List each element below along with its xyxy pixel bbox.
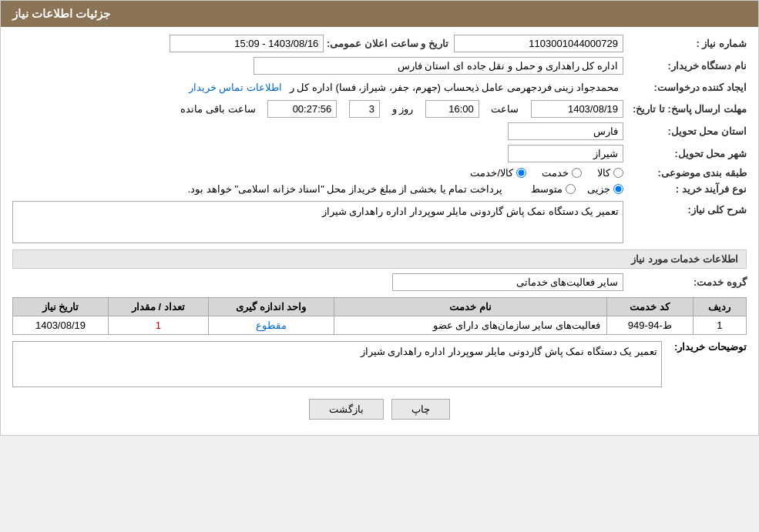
category-khedmat-label: خدمت bbox=[542, 167, 569, 179]
category-khedmat-radio[interactable] bbox=[572, 168, 582, 178]
category-radio-group: کالا خدمت کالا/خدمت bbox=[470, 167, 623, 179]
services-table: ردیف کد خدمت نام خدمت واحد اندازه گیری ت… bbox=[12, 297, 747, 335]
process-motavaset-label: متوسط bbox=[531, 183, 563, 195]
deadline-time: 16:00 bbox=[425, 100, 479, 118]
org-name-label: نام دستگاه خریدار: bbox=[623, 60, 747, 72]
td-name: فعالیت‌های سایر سازمان‌های دارای عضو bbox=[334, 316, 607, 335]
td-index: 1 bbox=[693, 316, 746, 335]
category-khedmat-option[interactable]: خدمت bbox=[542, 167, 582, 179]
need-desc-label: شرح کلی نیاز: bbox=[623, 201, 747, 216]
need-desc-row: شرح کلی نیاز: تعمیر یک دستگاه نمک پاش گا… bbox=[12, 201, 747, 243]
order-number-label: شماره نیاز : bbox=[623, 38, 747, 49]
service-group-row: گروه خدمت: سایر فعالیت‌های خدماتی bbox=[12, 273, 747, 291]
col-count: تعداد / مقدار bbox=[108, 298, 208, 316]
date-label: تاریخ و ساعت اعلان عمومی: bbox=[327, 38, 448, 49]
process-motavaset-option[interactable]: متوسط bbox=[531, 183, 576, 195]
deadline-time-label: ساعت bbox=[491, 103, 519, 115]
org-name-row: نام دستگاه خریدار: اداره کل راهداری و حم… bbox=[12, 57, 747, 75]
category-kala-khedmat-label: کالا/خدمت bbox=[470, 167, 513, 179]
category-kala-khedmat-option[interactable]: کالا/خدمت bbox=[470, 167, 526, 179]
col-name: نام خدمت bbox=[334, 298, 607, 316]
back-button[interactable]: بازگشت bbox=[309, 399, 384, 420]
td-code: ط-94-949 bbox=[607, 316, 694, 335]
table-header-row: ردیف کد خدمت نام خدمت واحد اندازه گیری ت… bbox=[13, 298, 747, 316]
td-date: 1403/08/19 bbox=[13, 316, 109, 335]
process-type-group: جزیی متوسط پرداخت تمام یا بخشی از مبلغ خ… bbox=[188, 183, 623, 195]
province-row: استان محل تحویل: فارس bbox=[12, 122, 747, 140]
td-count: 1 bbox=[108, 316, 208, 335]
need-desc-box: تعمیر یک دستگاه نمک پاش گاردونی مایلر سو… bbox=[12, 201, 623, 243]
deadline-days: 3 bbox=[349, 100, 380, 118]
page-title: جزئیات اطلاعات نیاز bbox=[12, 7, 110, 20]
city-row: شهر محل تحویل: شیراز bbox=[12, 145, 747, 162]
creator-label: ایجاد کننده درخواست: bbox=[623, 82, 747, 93]
province-label: استان محل تحویل: bbox=[623, 125, 747, 137]
org-name-value: اداره کل راهداری و حمل و نقل جاده ای است… bbox=[254, 57, 623, 75]
buyer-notes-value: تعمیر یک دستگاه نمک پاش گاردونی مایلر سو… bbox=[361, 346, 657, 357]
buyer-notes-label: توضیحات خریدار: bbox=[662, 341, 747, 353]
creator-value: محمدجواد زینی فردجهرمی عامل ذیحساب (جهرم… bbox=[285, 79, 623, 95]
process-jozvi-option[interactable]: جزیی bbox=[587, 183, 623, 195]
table-row: 1 ط-94-949 فعالیت‌های سایر سازمان‌های دا… bbox=[13, 316, 747, 335]
city-label: شهر محل تحویل: bbox=[623, 148, 747, 159]
button-row: چاپ بازگشت bbox=[12, 399, 747, 420]
deadline-row: مهلت ارسال پاسخ: تا تاریخ: 1403/08/19 سا… bbox=[12, 100, 747, 118]
creator-row: ایجاد کننده درخواست: محمدجواد زینی فردجه… bbox=[12, 79, 747, 95]
process-label: نوع فرآیند خرید : bbox=[623, 183, 747, 195]
date-value: 1403/08/16 - 15:09 bbox=[170, 35, 324, 52]
category-kala-option[interactable]: کالا bbox=[597, 167, 623, 179]
category-kala-label: کالا bbox=[597, 167, 610, 179]
order-date-row: شماره نیاز : 1103001044000729 تاریخ و سا… bbox=[12, 35, 747, 52]
need-desc-value: تعمیر یک دستگاه نمک پاش گاردونی مایلر سو… bbox=[322, 206, 619, 217]
deadline-remaining: 00:27:56 bbox=[267, 100, 337, 118]
city-value: شیراز bbox=[508, 145, 623, 162]
col-date: تاریخ نیاز bbox=[13, 298, 109, 316]
col-index: ردیف bbox=[693, 298, 746, 316]
deadline-label: مهلت ارسال پاسخ: تا تاریخ: bbox=[623, 103, 747, 115]
deadline-date: 1403/08/19 bbox=[531, 100, 623, 118]
service-group-value: سایر فعالیت‌های خدماتی bbox=[392, 273, 623, 291]
category-label: طبقه بندی موضوعی: bbox=[623, 167, 747, 179]
process-motavaset-radio[interactable] bbox=[566, 184, 576, 194]
services-section-header: اطلاعات خدمات مورد نیاز bbox=[12, 249, 747, 269]
category-row: طبقه بندی موضوعی: کالا خدمت کالا/خدمت bbox=[12, 167, 747, 179]
process-description: پرداخت تمام یا بخشی از مبلغ خریداز محل "… bbox=[188, 183, 502, 195]
services-table-section: ردیف کد خدمت نام خدمت واحد اندازه گیری ت… bbox=[12, 297, 747, 335]
deadline-days-label: روز و bbox=[392, 103, 414, 115]
col-code: کد خدمت bbox=[607, 298, 694, 316]
page-header: جزئیات اطلاعات نیاز bbox=[1, 1, 758, 27]
contact-link[interactable]: اطلاعات تماس خریدار bbox=[189, 82, 282, 93]
page-wrapper: جزئیات اطلاعات نیاز شماره نیاز : 1103001… bbox=[0, 0, 759, 436]
province-value: فارس bbox=[508, 122, 623, 140]
order-number-value: 1103001044000729 bbox=[454, 35, 623, 52]
col-unit: واحد اندازه گیری bbox=[208, 298, 334, 316]
td-unit: مقطوع bbox=[208, 316, 334, 335]
deadline-remaining-label: ساعت باقی مانده bbox=[180, 103, 255, 115]
process-jozvi-label: جزیی bbox=[587, 183, 610, 195]
content-area: شماره نیاز : 1103001044000729 تاریخ و سا… bbox=[1, 27, 758, 435]
process-row: نوع فرآیند خرید : جزیی متوسط پرداخت تمام… bbox=[12, 183, 747, 195]
category-kala-khedmat-radio[interactable] bbox=[516, 168, 526, 178]
buyer-notes-row: توضیحات خریدار: تعمیر یک دستگاه نمک پاش … bbox=[12, 341, 747, 387]
service-group-label: گروه خدمت: bbox=[623, 276, 747, 288]
print-button[interactable]: چاپ bbox=[391, 399, 450, 420]
buyer-notes-box: تعمیر یک دستگاه نمک پاش گاردونی مایلر سو… bbox=[12, 341, 662, 387]
category-kala-radio[interactable] bbox=[613, 168, 623, 178]
process-jozvi-radio[interactable] bbox=[613, 184, 623, 194]
deadline-details: 1403/08/19 ساعت 16:00 روز و 3 00:27:56 س… bbox=[180, 100, 623, 118]
